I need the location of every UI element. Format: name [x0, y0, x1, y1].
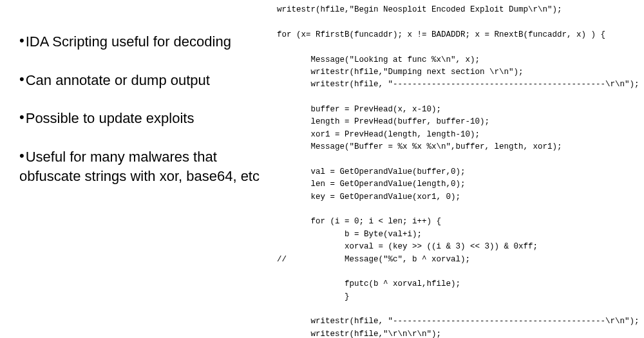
bullet-dot-icon: •	[19, 108, 24, 127]
bullet-item: •IDA Scripting useful for decoding	[19, 31, 269, 52]
bullet-list: •IDA Scripting useful for decoding •Can …	[0, 0, 277, 338]
bullet-dot-icon: •	[19, 70, 24, 89]
bullet-text: Useful for many malwares that obfuscate …	[19, 149, 260, 184]
bullet-text: Possible to update exploits	[26, 110, 194, 126]
bullet-text: IDA Scripting useful for decoding	[26, 33, 231, 50]
bullet-dot-icon: •	[19, 146, 24, 165]
slide: •IDA Scripting useful for decoding •Can …	[0, 0, 644, 338]
bullet-item: •Can annotate or dump output	[19, 70, 269, 90]
code-block: writestr(hfile,"Begin Neosploit Encoded …	[277, 0, 644, 338]
bullet-item: •Useful for many malwares that obfuscate…	[19, 146, 269, 185]
code-text: writestr(hfile,"Begin Neosploit Encoded …	[277, 4, 638, 338]
bullet-dot-icon: •	[19, 31, 24, 50]
bullet-item: •Possible to update exploits	[19, 108, 269, 128]
bullet-text: Can annotate or dump output	[26, 72, 210, 88]
